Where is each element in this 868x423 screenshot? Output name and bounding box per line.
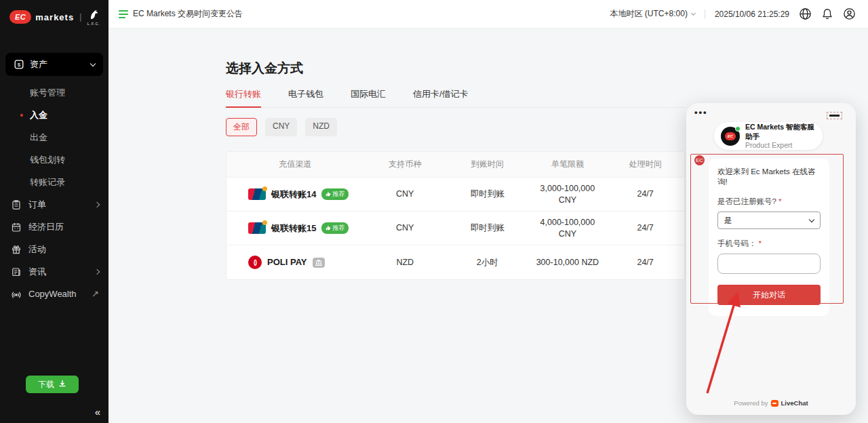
welcome-message: 欢迎来到 Ec Markets 在线咨询! <box>717 167 821 187</box>
table-row[interactable]: () POLI PAY NZD 2小时 300-10,000 NZD 24/7 <box>226 245 684 279</box>
sidebar-item-transfer-records[interactable]: 转账记录 <box>0 171 108 193</box>
powered-by-row: Powered by LiveChat <box>686 399 856 407</box>
chat-minimize-button[interactable] <box>829 115 840 117</box>
sidebar-collapse-button[interactable]: « <box>95 406 100 418</box>
sidebar-item-news[interactable]: 资讯 <box>0 260 108 283</box>
hours-cell: 24/7 <box>606 188 684 200</box>
agent-card: EC EC Markets 智能客服助手 Product Expert <box>714 122 823 150</box>
unionpay-icon <box>248 222 266 234</box>
ec-logo: EC <box>9 10 31 24</box>
arrival-cell: 即时到账 <box>446 188 529 200</box>
tab-e-wallet[interactable]: 电子钱包 <box>288 88 323 107</box>
external-link-icon: ↗ <box>92 289 99 299</box>
agent-role: Product Expert <box>745 141 816 149</box>
phone-label: 手机号码：* <box>717 239 821 249</box>
announcement-icon <box>119 10 128 18</box>
chevron-down-icon <box>90 60 96 66</box>
sidebar: EC markets | L.F.C. $ 资产 账号管理 入金 出金 钱包划转… <box>0 0 108 423</box>
recommended-badge: 推荐 <box>321 188 349 199</box>
channel-name: POLI PAY <box>267 256 307 268</box>
account-icon[interactable] <box>843 7 856 20</box>
download-icon <box>58 380 66 390</box>
limit-cell: 300-10,000 NZD <box>529 257 607 268</box>
pre-chat-form: 欢迎来到 Ec Markets 在线咨询! 是否已注册账号?* 是 手机号码：*… <box>709 159 829 316</box>
divider <box>705 9 705 19</box>
sidebar-item-orders[interactable]: 订单 <box>0 193 108 216</box>
agent-avatar: EC <box>721 127 740 146</box>
currency-cell: NZD <box>364 257 447 268</box>
sidebar-item-label: 资产 <box>30 58 85 70</box>
sidebar-item-promotions[interactable]: 活动 <box>0 238 108 260</box>
chevron-right-icon <box>94 201 100 207</box>
hours-cell: 24/7 <box>606 222 684 234</box>
table-header: 充值渠道 支持币种 到账时间 单笔限额 处理时间 <box>226 152 684 178</box>
tab-credit-debit-card[interactable]: 信用卡/借记卡 <box>413 88 469 107</box>
hours-cell: 24/7 <box>606 257 684 268</box>
livechat-icon <box>771 400 778 407</box>
lfc-bird-logo: L.F.C. <box>87 8 100 26</box>
announcement-text: EC Markets 交易时间变更公告 <box>133 8 243 20</box>
deposit-method-tabs: 银行转账 电子钱包 国际电汇 信用卡/借记卡 <box>226 88 685 108</box>
gift-icon <box>11 244 22 255</box>
signal-icon <box>11 289 22 300</box>
sidebar-item-deposit[interactable]: 入金 <box>0 104 108 126</box>
filter-all[interactable]: 全部 <box>226 118 257 136</box>
recommended-badge: 推荐 <box>321 222 349 233</box>
bot-mini-avatar: EC <box>694 155 705 165</box>
sidebar-item-assets[interactable]: $ 资产 <box>5 53 103 76</box>
sidebar-item-account-management[interactable]: 账号管理 <box>0 81 108 104</box>
calendar-icon <box>11 222 22 233</box>
channel-name: 银联转账15 <box>271 222 316 235</box>
tab-bank-transfer[interactable]: 银行转账 <box>226 88 261 107</box>
sidebar-item-withdraw[interactable]: 出金 <box>0 126 108 148</box>
filter-nzd[interactable]: NZD <box>305 118 337 136</box>
registered-select[interactable]: 是 <box>717 212 821 229</box>
livechat-brand[interactable]: LiveChat <box>781 399 808 407</box>
active-dot <box>20 114 23 117</box>
poli-pay-icon: () <box>248 256 262 269</box>
chevron-down-icon <box>809 216 814 222</box>
tab-international-wire[interactable]: 国际电汇 <box>351 88 386 107</box>
arrival-cell: 即时到账 <box>446 222 529 234</box>
announcement-link[interactable]: EC Markets 交易时间变更公告 <box>119 8 243 20</box>
deposit-channels-table: 充值渠道 支持币种 到账时间 单笔限额 处理时间 银联转账14 推荐 CNY 即… <box>226 151 685 280</box>
datetime-display: 2025/10/06 21:25:29 <box>715 9 789 19</box>
registered-question-label: 是否已注册账号?* <box>717 197 821 207</box>
sidebar-item-economic-calendar[interactable]: 经济日历 <box>0 216 108 238</box>
table-row[interactable]: 银联转账15 推荐 CNY 即时到账 4,000-100,000CNY 24/7 <box>226 212 684 245</box>
table-row[interactable]: 银联转账14 推荐 CNY 即时到账 3,000-100,000CNY 24/7 <box>226 178 684 212</box>
brand-wordmark: markets <box>35 12 74 22</box>
currency-cell: CNY <box>364 222 447 234</box>
limit-cell: 3,000-100,000CNY <box>529 183 607 206</box>
brand-logo: EC markets | L.F.C. <box>0 0 108 33</box>
filter-cny[interactable]: CNY <box>265 118 297 136</box>
agent-name: EC Markets 智能客服助手 <box>745 123 816 141</box>
news-icon <box>11 266 22 277</box>
download-button[interactable]: 下载 <box>26 376 79 393</box>
channel-name: 银联转账14 <box>271 188 316 201</box>
powered-by-text: Powered by <box>734 399 768 407</box>
timezone-selector[interactable]: 本地时区 (UTC+8:00) <box>610 8 695 20</box>
currency-cell: CNY <box>364 188 447 200</box>
order-icon <box>11 199 22 210</box>
logo-divider: | <box>79 12 81 22</box>
arrival-cell: 2小时 <box>446 257 529 268</box>
sidebar-item-copywealth[interactable]: CopyWealth ↗ <box>0 283 108 305</box>
chevron-down-icon <box>691 10 696 15</box>
online-status-dot <box>735 126 741 132</box>
phone-input[interactable] <box>717 254 821 274</box>
unionpay-icon <box>248 188 266 200</box>
livechat-widget: ••• EC EC Markets 智能客服助手 Product Expert … <box>686 103 856 415</box>
bank-badge-icon <box>313 258 325 268</box>
sidebar-item-wallet-transfer[interactable]: 钱包划转 <box>0 148 108 171</box>
bell-icon[interactable] <box>821 7 833 20</box>
page-title: 选择入金方式 <box>226 60 868 77</box>
svg-text:$: $ <box>18 62 21 68</box>
start-chat-button[interactable]: 开始对话 <box>717 285 821 305</box>
chevron-right-icon <box>94 268 100 274</box>
chat-menu-button[interactable]: ••• <box>694 107 708 117</box>
topbar: EC Markets 交易时间变更公告 本地时区 (UTC+8:00) 2025… <box>108 0 868 28</box>
wallet-icon: $ <box>14 59 24 70</box>
limit-cell: 4,000-100,000CNY <box>529 217 607 240</box>
globe-icon[interactable] <box>799 7 812 20</box>
